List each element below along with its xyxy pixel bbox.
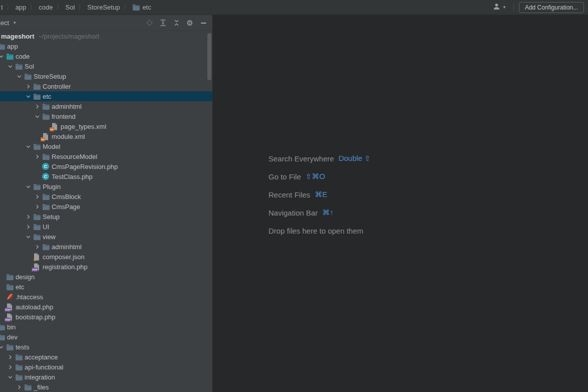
tree-item-label: registration.php [43,263,88,271]
project-tree: mageshort~/projects/mageshortappcodeSolS… [0,31,212,392]
chevron-expanded-icon[interactable] [24,233,33,241]
tree-item-view[interactable]: view [0,232,213,242]
project-view-selector[interactable]: ject ▼ [0,19,17,27]
tree-item-Setup[interactable]: Setup [0,212,213,222]
tree-item-acceptance[interactable]: acceptance [0,352,213,362]
tree-item-label: Setup [43,213,60,221]
php-file-icon: PHP [6,303,14,311]
tree-item-composer.json[interactable]: @composer.json [0,252,213,262]
tree-item-CmsPage[interactable]: CmsPage [0,202,213,212]
tree-item-bootstrap.php[interactable]: PHPbootstrap.php [0,312,213,322]
tree-item-dev[interactable]: dev [0,332,213,342]
chevron-collapsed-icon[interactable] [15,383,24,391]
collapse-all-icon[interactable] [172,19,180,27]
tree-item-frontend[interactable]: frontend [0,111,213,121]
chevron-collapsed-icon[interactable] [24,213,33,221]
folder-icon [0,333,5,341]
tree-item-app[interactable]: app [0,41,213,51]
tree-item-StoreSetup[interactable]: StoreSetup [0,71,213,81]
tree-item-adminhtml[interactable]: adminhtml [0,101,213,111]
tree-item-label: view [43,233,56,241]
tree-item-registration.php[interactable]: PHPregistration.php [0,262,213,272]
settings-icon[interactable]: ⚙ [186,19,194,27]
locate-icon[interactable] [145,19,153,27]
topbar-actions: ▼ Add Configuration... [490,2,588,13]
tree-item-etc[interactable]: etc [0,282,213,292]
tree-item-etc[interactable]: etc [0,91,213,101]
chevron-down-icon: ▼ [13,21,17,25]
expand-all-icon[interactable] [159,19,167,27]
tree-item-Plugin[interactable]: Plugin [0,181,213,191]
folder-icon [132,4,140,11]
chevron-expanded-icon[interactable] [15,72,24,80]
add-configuration-button[interactable]: Add Configuration... [519,2,584,13]
json-file-icon: @ [33,253,41,261]
breadcrumb-item-StoreSetup[interactable]: StoreSetup [87,4,120,11]
tree-item-CmsBlock[interactable]: CmsBlock [0,191,213,202]
chevron-expanded-icon[interactable] [33,112,42,120]
user-menu-button[interactable]: ▼ [490,2,508,13]
chevron-expanded-icon[interactable] [6,373,15,381]
chevron-collapsed-icon[interactable] [33,203,42,211]
chevron-collapsed-icon[interactable] [33,102,42,110]
chevron-collapsed-icon[interactable] [33,192,42,201]
folder-icon [6,273,14,281]
tree-item-api-functional[interactable]: api-functional [0,362,213,372]
breadcrumb-label: app [16,4,27,11]
tree-item-TestClass.php[interactable]: CTestClass.php [0,171,213,181]
chevron-collapsed-icon[interactable] [24,82,33,90]
chevron-collapsed-icon[interactable] [33,243,42,251]
tree-item-mageshort[interactable]: mageshort~/projects/mageshort [0,31,213,41]
chevron-expanded-icon[interactable] [24,182,33,190]
folder-icon [33,92,41,100]
tree-item-page_types.xml[interactable]: <>page_types.xml [0,121,213,131]
tree-item-label: StoreSetup [34,73,66,80]
hide-panel-icon[interactable] [199,19,207,27]
tree-item-Controller[interactable]: Controller [0,81,213,91]
folder-icon [33,142,41,150]
tree-item-Model[interactable]: Model [0,141,213,151]
breadcrumb-item-app[interactable]: app [16,4,27,11]
breadcrumb-item-Sol[interactable]: Sol [66,4,75,11]
tree-item-label: CmsBlock [52,193,81,201]
tree-item-design[interactable]: design [0,272,213,282]
tree-item-ResourceModel[interactable]: ResourceModel [0,151,213,161]
tree-item-label: UI [43,223,49,231]
tree-item-UI[interactable]: UI [0,222,213,232]
tree-item-Sol[interactable]: Sol [0,61,213,71]
chevron-expanded-icon[interactable] [6,62,15,70]
tree-item-label: page_types.xml [61,123,106,130]
tree-item-bin[interactable]: bin [0,322,213,332]
tree-item-CmsPageRevision.php[interactable]: CCmsPageRevision.php [0,161,213,171]
tree-item-.htaccess[interactable]: .htaccess [0,292,213,302]
tree-item-integration[interactable]: integration [0,372,213,382]
breadcrumb-item-etc[interactable]: etc [132,4,151,11]
tree-item-code[interactable]: code [0,51,213,61]
htaccess-file-icon [6,293,14,301]
folder-icon [33,213,41,221]
breadcrumb-item-t[interactable]: t [1,4,3,11]
breadcrumb-label: Sol [66,4,75,11]
chevron-expanded-icon[interactable] [0,52,6,60]
chevron-collapsed-icon[interactable] [6,363,15,371]
scrollbar-thumb[interactable] [207,33,211,80]
shortcut-hint-keys: Double ⇧ [339,154,371,163]
shortcut-hint-label: Search Everywhere [268,154,334,163]
tree-item-label: _files [34,383,49,391]
tree-item-autoload.php[interactable]: PHPautoload.php [0,302,213,312]
chevron-expanded-icon[interactable] [24,142,33,150]
tree-item-label: integration [25,373,55,381]
chevron-expanded-icon[interactable] [0,343,6,351]
chevron-collapsed-icon[interactable] [24,223,33,231]
php-file-icon: PHP [6,313,14,321]
tree-item-_files[interactable]: _files [0,382,213,392]
chevron-expanded-icon[interactable] [24,92,33,100]
tree-item-label: bin [7,323,16,331]
tree-item-module.xml[interactable]: <>module.xml [0,131,213,141]
chevron-collapsed-icon[interactable] [33,152,42,160]
tree-item-adminhtml[interactable]: adminhtml [0,242,213,252]
tree-item-tests[interactable]: tests [0,342,213,352]
chevron-collapsed-icon[interactable] [6,353,15,361]
tree-item-label: api-functional [25,363,63,371]
breadcrumb-item-code[interactable]: code [39,4,53,11]
